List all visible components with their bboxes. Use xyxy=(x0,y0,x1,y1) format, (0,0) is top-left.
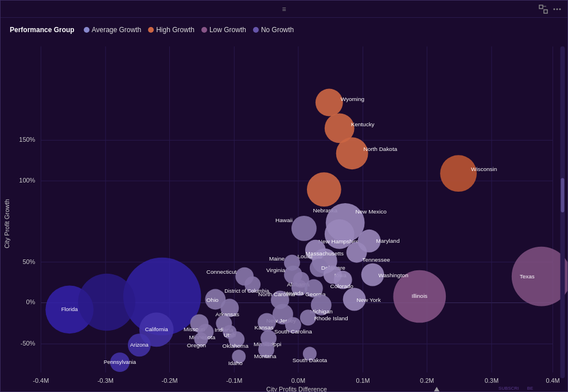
svg-text:-0.1M: -0.1M xyxy=(226,377,242,384)
svg-text:Rhode Island: Rhode Island xyxy=(314,315,348,321)
svg-text:Tennessee: Tennessee xyxy=(363,257,391,263)
svg-text:100%: 100% xyxy=(19,177,35,184)
expand-icon[interactable] xyxy=(539,5,548,14)
legend-label-average: Average Growth xyxy=(92,26,142,34)
legend-label-low: Low Growth xyxy=(209,26,246,34)
svg-text:0.4M: 0.4M xyxy=(546,377,559,384)
legend-dot-low xyxy=(201,27,207,33)
svg-point-57 xyxy=(440,155,477,192)
svg-point-55 xyxy=(336,137,368,169)
svg-point-40 xyxy=(78,274,135,331)
svg-marker-137 xyxy=(433,387,440,391)
legend-dot-high xyxy=(148,27,154,33)
svg-text:Connecticut: Connecticut xyxy=(207,269,237,275)
svg-text:South Dakota: South Dakota xyxy=(293,357,328,363)
legend-label-no: No Growth xyxy=(261,26,294,34)
svg-text:New Mexico: New Mexico xyxy=(356,208,387,215)
svg-text:SUBSCRI: SUBSCRI xyxy=(499,386,519,391)
svg-text:Hawaii: Hawaii xyxy=(275,217,293,223)
svg-text:Maryland: Maryland xyxy=(376,238,400,244)
svg-text:0.1M: 0.1M xyxy=(356,377,369,384)
svg-text:-0.4M: -0.4M xyxy=(33,377,49,384)
legend-label-high: High Growth xyxy=(156,26,194,34)
svg-text:Virginia: Virginia xyxy=(266,267,285,273)
svg-text:50%: 50% xyxy=(22,258,35,265)
svg-text:0.2M: 0.2M xyxy=(420,377,434,384)
main-window: ≡ Performance Group Average Growth xyxy=(0,0,568,392)
svg-text:Pennsylvania: Pennsylvania xyxy=(104,359,137,365)
svg-point-51 xyxy=(316,89,343,117)
svg-text:Texas: Texas xyxy=(520,273,535,280)
chart-area: Performance Group Average Growth High Gr… xyxy=(1,18,567,391)
svg-text:Oklahoma: Oklahoma xyxy=(223,343,249,349)
svg-text:Idaho: Idaho xyxy=(228,360,243,366)
svg-text:Ohio: Ohio xyxy=(207,297,219,303)
legend-item-no: No Growth xyxy=(253,26,294,34)
svg-text:BE: BE xyxy=(527,386,534,391)
legend: Performance Group Average Growth High Gr… xyxy=(10,26,294,34)
svg-text:Massachusetts: Massachusetts xyxy=(306,250,344,257)
bubble-chart: -50% 0% 50% 100% 150% -0.4M -0.3M -0.2M … xyxy=(1,18,567,391)
svg-point-63 xyxy=(291,216,317,241)
svg-text:150%: 150% xyxy=(19,136,35,143)
svg-text:Colorado: Colorado xyxy=(330,283,353,289)
legend-item-high: High Growth xyxy=(148,26,194,34)
svg-text:Maine: Maine xyxy=(269,255,285,262)
svg-point-4 xyxy=(557,8,558,10)
svg-text:California: California xyxy=(145,326,169,332)
svg-text:Oregon: Oregon xyxy=(187,342,206,348)
svg-text:South Carolina: South Carolina xyxy=(274,328,312,335)
legend-dot-average xyxy=(84,27,90,33)
svg-text:-0.2M: -0.2M xyxy=(162,377,178,384)
title-bar: ≡ xyxy=(1,1,567,18)
svg-text:0.0M: 0.0M xyxy=(291,377,305,384)
svg-text:New York: New York xyxy=(357,297,381,303)
svg-rect-136 xyxy=(561,178,565,212)
title-bar-controls[interactable] xyxy=(539,5,562,14)
svg-text:City Profit Growth: City Profit Growth xyxy=(3,199,10,249)
svg-text:0%: 0% xyxy=(26,298,35,305)
svg-text:Washington: Washington xyxy=(378,272,408,278)
svg-text:Kentucky: Kentucky xyxy=(351,121,375,127)
svg-text:Kansas: Kansas xyxy=(255,324,274,331)
title-bar-handle: ≡ xyxy=(282,5,286,13)
svg-text:Montana: Montana xyxy=(254,353,277,359)
svg-point-65 xyxy=(325,219,355,249)
svg-rect-0 xyxy=(539,5,543,9)
svg-point-5 xyxy=(559,8,561,10)
svg-point-3 xyxy=(554,8,555,10)
legend-item-average: Average Growth xyxy=(84,26,142,34)
svg-text:Wyoming: Wyoming xyxy=(341,96,364,102)
svg-text:Florida: Florida xyxy=(61,306,79,312)
legend-title: Performance Group xyxy=(10,26,75,34)
svg-text:Wisconsin: Wisconsin xyxy=(471,166,497,172)
svg-point-59 xyxy=(307,172,341,207)
svg-text:Illinois: Illinois xyxy=(411,293,427,299)
menu-icon[interactable] xyxy=(553,5,562,14)
svg-text:Arizona: Arizona xyxy=(130,341,149,348)
svg-text:City Profits Difference: City Profits Difference xyxy=(266,386,327,391)
svg-text:-0.3M: -0.3M xyxy=(98,377,114,384)
svg-rect-1 xyxy=(544,10,547,13)
svg-text:-50%: -50% xyxy=(21,340,36,347)
svg-point-109 xyxy=(300,309,316,325)
legend-dot-no xyxy=(253,27,259,33)
svg-text:North Dakota: North Dakota xyxy=(364,146,398,152)
svg-text:North Carolina: North Carolina xyxy=(258,292,295,298)
svg-text:0.3M: 0.3M xyxy=(485,377,499,384)
legend-item-low: Low Growth xyxy=(201,26,246,34)
